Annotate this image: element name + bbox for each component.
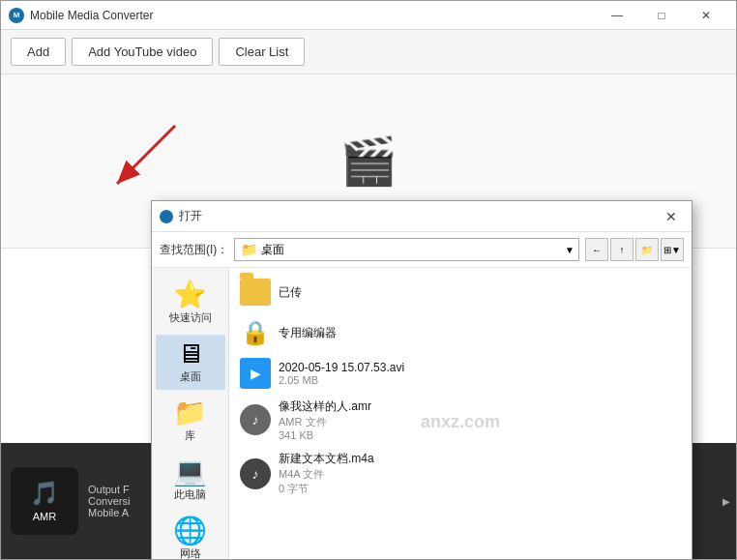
title-bar: M Mobile Media Converter — □ ✕ bbox=[1, 1, 736, 30]
dialog-overlay: 打开 ✕ 查找范围(I)： 📁 桌面 ▼ ← ↑ 📁 ⊞▼ bbox=[1, 74, 736, 559]
file-uploaded-info: 已传 bbox=[279, 284, 302, 301]
file-m4a-name: 新建文本文档.m4a bbox=[279, 451, 374, 467]
quick-access-label: 快速访问 bbox=[169, 310, 212, 325]
maximize-button[interactable]: □ bbox=[639, 1, 684, 30]
file-encoder-info: 专用编编器 bbox=[279, 325, 337, 341]
dialog-close-button[interactable]: ✕ bbox=[659, 204, 684, 229]
location-toolbar: ← ↑ 📁 ⊞▼ bbox=[585, 238, 684, 261]
add-youtube-button[interactable]: Add YouTube video bbox=[72, 38, 213, 66]
nav-item-desktop[interactable]: 🖥 桌面 bbox=[156, 335, 225, 390]
file-m4a-size: 0 字节 bbox=[279, 482, 374, 496]
location-label: 查找范围(I)： bbox=[160, 242, 228, 258]
quick-access-icon: ⭐ bbox=[173, 281, 207, 309]
folder-icon: 📁 bbox=[241, 242, 257, 257]
app-title: Mobile Media Converter bbox=[30, 9, 595, 22]
file-amr-info: 像我这样的人.amr AMR 文件 341 KB bbox=[279, 398, 371, 441]
nav-item-library[interactable]: 📁 库 bbox=[156, 394, 225, 449]
file-amr-type: AMR 文件 bbox=[279, 415, 371, 429]
nav-item-this-pc[interactable]: 💻 此电脑 bbox=[156, 453, 225, 508]
app-window: M Mobile Media Converter — □ ✕ Add Add Y… bbox=[0, 0, 737, 560]
dialog-title: 打开 bbox=[179, 208, 659, 224]
amr-file-icon: ♪ bbox=[240, 404, 271, 435]
file-item-special-encoder[interactable]: 🔒 专用编编器 bbox=[233, 312, 688, 353]
title-bar-controls: — □ ✕ bbox=[595, 1, 728, 30]
file-amr-name: 像我这样的人.amr bbox=[279, 398, 371, 415]
add-button[interactable]: Add bbox=[11, 38, 66, 66]
file-m4a-info: 新建文本文档.m4a M4A 文件 0 字节 bbox=[279, 451, 374, 496]
dialog-icon bbox=[160, 210, 173, 223]
nav-item-quick-access[interactable]: ⭐ 快速访问 bbox=[156, 276, 225, 331]
left-nav: ⭐ 快速访问 🖥 桌面 📁 库 💻 此电脑 bbox=[152, 268, 229, 559]
folder-uploaded-icon bbox=[240, 277, 271, 308]
library-icon: 📁 bbox=[173, 399, 207, 427]
file-item-amr[interactable]: ♪ 像我这样的人.amr AMR 文件 341 KB bbox=[233, 394, 688, 446]
up-button[interactable]: ↑ bbox=[610, 238, 634, 261]
new-folder-button[interactable]: 📁 bbox=[635, 238, 659, 261]
view-toggle-button[interactable]: ⊞▼ bbox=[661, 238, 684, 261]
file-item-m4a[interactable]: ♪ 新建文本文档.m4a M4A 文件 0 字节 bbox=[233, 446, 688, 501]
file-m4a-type: M4A 文件 bbox=[279, 467, 374, 482]
nav-item-network[interactable]: 🌐 网络 bbox=[156, 512, 225, 559]
location-bar: 查找范围(I)： 📁 桌面 ▼ ← ↑ 📁 ⊞▼ bbox=[152, 232, 692, 268]
main-content: 🎬 🎵 AMR Output F Conversi Mobile A ▶ bbox=[1, 74, 736, 559]
desktop-label: 桌面 bbox=[180, 369, 201, 384]
location-combo[interactable]: 📁 桌面 ▼ bbox=[234, 238, 579, 261]
app-icon: M bbox=[9, 8, 24, 23]
close-button[interactable]: ✕ bbox=[684, 1, 728, 30]
network-label: 网络 bbox=[180, 546, 201, 559]
file-item-video[interactable]: ▶ 2020-05-19 15.07.53.avi 2.05 MB bbox=[233, 353, 688, 394]
file-item-uploaded[interactable]: 已传 bbox=[233, 272, 688, 312]
network-icon: 🌐 bbox=[173, 517, 207, 545]
video-file-icon: ▶ bbox=[240, 358, 271, 389]
open-file-dialog: 打开 ✕ 查找范围(I)： 📁 桌面 ▼ ← ↑ 📁 ⊞▼ bbox=[151, 200, 693, 559]
file-video-meta: 2.05 MB bbox=[279, 374, 404, 386]
file-list: anxz.com 已传 🔒 bbox=[229, 268, 692, 559]
this-pc-icon: 💻 bbox=[173, 458, 207, 486]
this-pc-label: 此电脑 bbox=[174, 487, 206, 502]
back-button[interactable]: ← bbox=[585, 238, 608, 261]
file-encoder-name: 专用编编器 bbox=[279, 325, 337, 341]
file-amr-size: 341 KB bbox=[279, 429, 371, 441]
combo-arrow-icon: ▼ bbox=[565, 245, 575, 255]
file-video-name: 2020-05-19 15.07.53.avi bbox=[279, 361, 404, 374]
dialog-title-bar: 打开 ✕ bbox=[152, 201, 692, 232]
clear-list-button[interactable]: Clear List bbox=[219, 38, 305, 66]
location-value: 桌面 bbox=[261, 242, 284, 258]
minimize-button[interactable]: — bbox=[595, 1, 639, 30]
file-uploaded-name: 已传 bbox=[279, 284, 302, 301]
toolbar: Add Add YouTube video Clear List bbox=[1, 30, 736, 74]
dialog-body: ⭐ 快速访问 🖥 桌面 📁 库 💻 此电脑 bbox=[152, 268, 692, 559]
folder-locked-icon: 🔒 bbox=[240, 317, 271, 348]
library-label: 库 bbox=[185, 428, 195, 443]
desktop-icon: 🖥 bbox=[177, 340, 204, 368]
m4a-file-icon: ♪ bbox=[240, 458, 271, 489]
file-video-info: 2020-05-19 15.07.53.avi 2.05 MB bbox=[279, 361, 404, 386]
